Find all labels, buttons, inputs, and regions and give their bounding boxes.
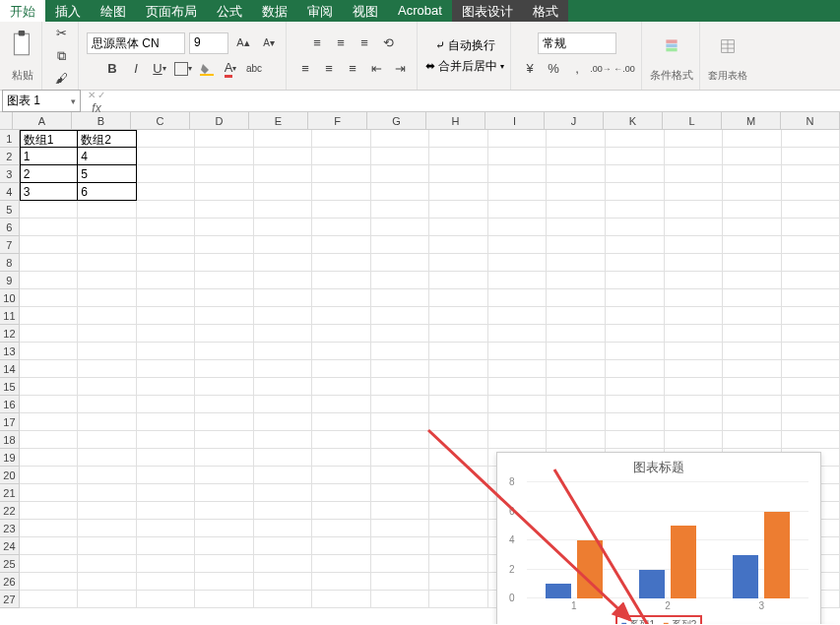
cell-A18[interactable]: [20, 431, 79, 449]
cell-G18[interactable]: [371, 431, 430, 449]
cell-B6[interactable]: [78, 219, 137, 236]
cell-L4[interactable]: [665, 183, 724, 201]
cell-B14[interactable]: [78, 360, 137, 378]
column-header-N[interactable]: N: [781, 112, 840, 129]
cell-C2[interactable]: [137, 148, 196, 165]
underline-button[interactable]: U▾: [149, 58, 170, 80]
cell-J12[interactable]: [547, 325, 606, 343]
ribbon-tab-格式[interactable]: 格式: [523, 0, 568, 22]
increase-font-icon[interactable]: A▴: [232, 32, 254, 54]
autowrap-button[interactable]: ⤶自动换行: [435, 37, 495, 54]
cell-B3[interactable]: 5: [78, 165, 137, 183]
cell-N13[interactable]: [782, 343, 840, 360]
cell-H3[interactable]: [429, 165, 488, 183]
row-header-5[interactable]: 5: [0, 201, 20, 219]
cell-B5[interactable]: [78, 201, 137, 219]
cell-N17[interactable]: [782, 413, 840, 431]
cell-F6[interactable]: [312, 219, 371, 236]
cell-H24[interactable]: [429, 537, 488, 555]
chart-legend[interactable]: 系列1 系列2: [615, 615, 703, 624]
column-header-B[interactable]: B: [72, 112, 131, 129]
cell-A3[interactable]: 2: [20, 165, 79, 183]
cell-H26[interactable]: [429, 573, 488, 591]
cell-C17[interactable]: [137, 413, 196, 431]
cell-J17[interactable]: [547, 413, 606, 431]
cell-N18[interactable]: [782, 431, 840, 449]
cell-C13[interactable]: [137, 343, 196, 360]
cell-N9[interactable]: [782, 272, 840, 289]
cell-K9[interactable]: [606, 272, 665, 289]
column-header-F[interactable]: F: [308, 112, 367, 129]
cell-I10[interactable]: [488, 289, 548, 307]
cell-N14[interactable]: [782, 360, 840, 378]
cell-H14[interactable]: [429, 360, 488, 378]
ribbon-tab-数据[interactable]: 数据: [252, 0, 297, 22]
cell-A21[interactable]: [20, 484, 79, 502]
cell-F13[interactable]: [312, 343, 371, 360]
cell-N15[interactable]: [782, 378, 840, 396]
cell-H18[interactable]: [429, 431, 488, 449]
cell-M5[interactable]: [723, 201, 782, 219]
cell-A8[interactable]: [20, 254, 79, 272]
cell-M2[interactable]: [723, 148, 782, 165]
ribbon-tab-绘图[interactable]: 绘图: [91, 0, 136, 22]
cell-F23[interactable]: [312, 520, 371, 537]
cell-H6[interactable]: [429, 219, 488, 236]
row-header-9[interactable]: 9: [0, 272, 20, 289]
cell-E3[interactable]: [254, 165, 313, 183]
cell-A15[interactable]: [20, 378, 79, 396]
cell-I9[interactable]: [488, 272, 548, 289]
cell-A20[interactable]: [20, 467, 79, 484]
cell-A5[interactable]: [20, 201, 79, 219]
cell-E19[interactable]: [254, 449, 313, 467]
cell-E1[interactable]: [254, 130, 313, 148]
cell-K10[interactable]: [606, 289, 665, 307]
fill-color-button[interactable]: [196, 58, 218, 80]
cell-B1[interactable]: 数组2: [78, 130, 137, 148]
cell-B19[interactable]: [78, 449, 137, 467]
cell-H23[interactable]: [429, 520, 488, 537]
cell-A1[interactable]: 数组1: [20, 130, 79, 148]
cell-H25[interactable]: [429, 555, 488, 573]
bar-系列2-1[interactable]: [577, 540, 603, 598]
font-name-select[interactable]: 思源黑体 CN: [87, 32, 185, 54]
embedded-chart[interactable]: 图表标题 02468 123 系列1 系列2: [496, 452, 821, 624]
cell-H20[interactable]: [429, 467, 488, 484]
row-header-24[interactable]: 24: [0, 537, 20, 555]
cell-J16[interactable]: [547, 396, 606, 413]
cell-F24[interactable]: [312, 537, 371, 555]
cell-C9[interactable]: [137, 272, 196, 289]
cell-H10[interactable]: [429, 289, 488, 307]
cell-B12[interactable]: [78, 325, 137, 343]
cell-B9[interactable]: [78, 272, 137, 289]
cell-E26[interactable]: [254, 573, 313, 591]
ribbon-tab-图表设计[interactable]: 图表设计: [452, 0, 523, 22]
cell-D25[interactable]: [195, 555, 254, 573]
cell-G5[interactable]: [371, 201, 430, 219]
cell-K11[interactable]: [606, 307, 665, 325]
cell-L16[interactable]: [665, 396, 724, 413]
decrease-font-icon[interactable]: A▾: [258, 32, 280, 54]
align-right-icon[interactable]: ≡: [342, 58, 363, 80]
cell-F10[interactable]: [312, 289, 371, 307]
row-header-14[interactable]: 14: [0, 360, 20, 378]
cell-F22[interactable]: [312, 502, 371, 520]
currency-icon[interactable]: ¥: [519, 58, 541, 80]
cell-F26[interactable]: [312, 573, 371, 591]
merge-button[interactable]: ⬌合并后居中▾: [425, 58, 504, 75]
cell-D24[interactable]: [195, 537, 254, 555]
cell-D1[interactable]: [195, 130, 254, 148]
increase-decimal-icon[interactable]: .00→: [590, 58, 612, 80]
indent-increase-icon[interactable]: ⇥: [389, 58, 411, 80]
cell-E2[interactable]: [254, 148, 313, 165]
cell-I7[interactable]: [488, 236, 548, 254]
bold-button[interactable]: B: [101, 58, 123, 80]
cell-L13[interactable]: [665, 343, 724, 360]
cell-A24[interactable]: [20, 537, 79, 555]
cell-N11[interactable]: [782, 307, 840, 325]
cell-L12[interactable]: [665, 325, 724, 343]
cell-C16[interactable]: [137, 396, 196, 413]
cell-B21[interactable]: [78, 484, 137, 502]
cell-H27[interactable]: [429, 591, 488, 608]
cell-B25[interactable]: [78, 555, 137, 573]
